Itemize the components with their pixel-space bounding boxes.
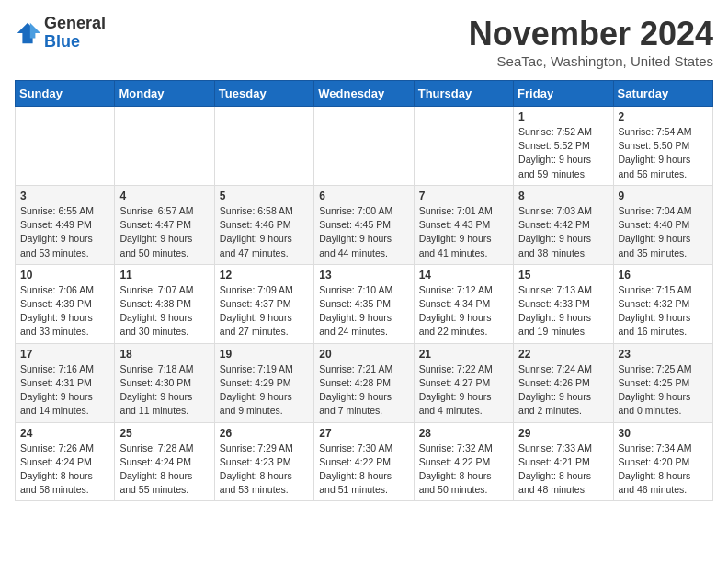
day-number: 12 — [220, 269, 309, 282]
calendar-cell: 14Sunrise: 7:12 AM Sunset: 4:34 PM Dayli… — [414, 264, 513, 343]
day-info: Sunrise: 7:30 AM Sunset: 4:22 PM Dayligh… — [319, 442, 408, 498]
day-number: 11 — [119, 269, 209, 282]
calendar-week-1: 1Sunrise: 7:52 AM Sunset: 5:52 PM Daylig… — [16, 107, 713, 186]
calendar-week-3: 10Sunrise: 7:06 AM Sunset: 4:39 PM Dayli… — [16, 264, 713, 343]
day-info: Sunrise: 7:19 AM Sunset: 4:29 PM Dayligh… — [220, 362, 309, 419]
weekday-header-tuesday: Tuesday — [214, 81, 313, 107]
calendar-week-2: 3Sunrise: 6:55 AM Sunset: 4:49 PM Daylig… — [16, 185, 713, 264]
calendar-cell: 3Sunrise: 6:55 AM Sunset: 4:49 PM Daylig… — [16, 185, 115, 264]
day-info: Sunrise: 7:26 AM Sunset: 4:24 PM Dayligh… — [20, 442, 109, 498]
calendar-cell: 28Sunrise: 7:32 AM Sunset: 4:22 PM Dayli… — [414, 422, 513, 501]
day-info: Sunrise: 7:52 AM Sunset: 5:52 PM Dayligh… — [518, 125, 608, 181]
weekday-header-sunday: Sunday — [16, 81, 115, 107]
calendar-cell: 30Sunrise: 7:34 AM Sunset: 4:20 PM Dayli… — [613, 422, 712, 501]
day-number: 1 — [518, 110, 608, 123]
calendar-cell: 6Sunrise: 7:00 AM Sunset: 4:45 PM Daylig… — [314, 185, 414, 264]
day-number: 16 — [619, 269, 708, 282]
day-number: 2 — [619, 110, 708, 123]
location: SeaTac, Washington, United States — [469, 53, 713, 69]
calendar-cell: 7Sunrise: 7:01 AM Sunset: 4:43 PM Daylig… — [414, 185, 513, 264]
day-info: Sunrise: 7:03 AM Sunset: 4:42 PM Dayligh… — [518, 204, 608, 260]
calendar-cell: 27Sunrise: 7:30 AM Sunset: 4:22 PM Dayli… — [314, 422, 414, 501]
weekday-header-wednesday: Wednesday — [314, 81, 414, 107]
logo: General Blue — [15, 15, 106, 52]
day-info: Sunrise: 7:18 AM Sunset: 4:30 PM Dayligh… — [119, 362, 209, 419]
weekday-header-friday: Friday — [514, 81, 613, 107]
day-number: 17 — [20, 348, 109, 361]
calendar-cell: 19Sunrise: 7:19 AM Sunset: 4:29 PM Dayli… — [214, 343, 313, 422]
calendar-cell: 12Sunrise: 7:09 AM Sunset: 4:37 PM Dayli… — [214, 264, 313, 343]
calendar-cell: 11Sunrise: 7:07 AM Sunset: 4:38 PM Dayli… — [115, 264, 214, 343]
calendar-cell: 20Sunrise: 7:21 AM Sunset: 4:28 PM Dayli… — [314, 343, 414, 422]
day-info: Sunrise: 7:10 AM Sunset: 4:35 PM Dayligh… — [319, 283, 408, 339]
day-number: 23 — [619, 348, 708, 361]
page-header: General Blue November 2024 SeaTac, Washi… — [15, 15, 713, 69]
calendar-cell — [314, 107, 414, 186]
calendar-cell: 23Sunrise: 7:25 AM Sunset: 4:25 PM Dayli… — [613, 343, 712, 422]
day-info: Sunrise: 7:04 AM Sunset: 4:40 PM Dayligh… — [619, 204, 708, 260]
day-number: 20 — [319, 348, 408, 361]
day-number: 7 — [419, 190, 508, 202]
calendar-cell: 4Sunrise: 6:57 AM Sunset: 4:47 PM Daylig… — [115, 185, 214, 264]
weekday-header-monday: Monday — [115, 81, 214, 107]
logo-blue: Blue — [44, 33, 106, 52]
day-info: Sunrise: 6:57 AM Sunset: 4:47 PM Dayligh… — [119, 204, 209, 260]
day-number: 5 — [220, 190, 309, 202]
weekday-header-thursday: Thursday — [414, 81, 513, 107]
day-number: 24 — [20, 427, 109, 440]
day-info: Sunrise: 7:21 AM Sunset: 4:28 PM Dayligh… — [319, 362, 408, 419]
calendar-cell: 22Sunrise: 7:24 AM Sunset: 4:26 PM Dayli… — [514, 343, 613, 422]
day-info: Sunrise: 7:24 AM Sunset: 4:26 PM Dayligh… — [518, 362, 608, 419]
calendar-cell — [214, 107, 313, 186]
day-number: 27 — [319, 427, 408, 440]
calendar-cell: 18Sunrise: 7:18 AM Sunset: 4:30 PM Dayli… — [115, 343, 214, 422]
calendar-cell — [414, 107, 513, 186]
day-info: Sunrise: 7:13 AM Sunset: 4:33 PM Dayligh… — [518, 283, 608, 339]
day-info: Sunrise: 7:15 AM Sunset: 4:32 PM Dayligh… — [619, 283, 708, 339]
calendar-cell: 24Sunrise: 7:26 AM Sunset: 4:24 PM Dayli… — [16, 422, 115, 501]
day-number: 22 — [518, 348, 608, 361]
calendar-week-5: 24Sunrise: 7:26 AM Sunset: 4:24 PM Dayli… — [16, 422, 713, 501]
day-number: 10 — [20, 269, 109, 282]
day-number: 8 — [518, 190, 608, 202]
day-info: Sunrise: 7:00 AM Sunset: 4:45 PM Dayligh… — [319, 204, 408, 260]
weekday-row: SundayMondayTuesdayWednesdayThursdayFrid… — [16, 81, 713, 107]
day-info: Sunrise: 6:58 AM Sunset: 4:46 PM Dayligh… — [220, 204, 309, 260]
day-number: 14 — [419, 269, 508, 282]
day-number: 21 — [419, 348, 508, 361]
title-section: November 2024 SeaTac, Washington, United… — [469, 15, 713, 69]
calendar-cell: 10Sunrise: 7:06 AM Sunset: 4:39 PM Dayli… — [16, 264, 115, 343]
day-info: Sunrise: 7:09 AM Sunset: 4:37 PM Dayligh… — [220, 283, 309, 339]
calendar-cell: 21Sunrise: 7:22 AM Sunset: 4:27 PM Dayli… — [414, 343, 513, 422]
day-number: 15 — [518, 269, 608, 282]
logo-text: General Blue — [44, 15, 106, 52]
calendar-cell — [115, 107, 214, 186]
day-number: 28 — [419, 427, 508, 440]
day-info: Sunrise: 7:28 AM Sunset: 4:24 PM Dayligh… — [119, 442, 209, 498]
day-info: Sunrise: 7:06 AM Sunset: 4:39 PM Dayligh… — [20, 283, 109, 339]
day-number: 18 — [119, 348, 209, 361]
day-number: 6 — [319, 190, 408, 202]
day-number: 13 — [319, 269, 408, 282]
day-info: Sunrise: 7:54 AM Sunset: 5:50 PM Dayligh… — [619, 125, 708, 181]
day-info: Sunrise: 7:34 AM Sunset: 4:20 PM Dayligh… — [619, 442, 708, 498]
calendar-header: SundayMondayTuesdayWednesdayThursdayFrid… — [16, 81, 713, 107]
calendar-cell: 13Sunrise: 7:10 AM Sunset: 4:35 PM Dayli… — [314, 264, 414, 343]
svg-marker-1 — [30, 23, 40, 39]
day-number: 29 — [518, 427, 608, 440]
calendar-cell: 8Sunrise: 7:03 AM Sunset: 4:42 PM Daylig… — [514, 185, 613, 264]
day-number: 3 — [20, 190, 109, 202]
calendar-cell: 5Sunrise: 6:58 AM Sunset: 4:46 PM Daylig… — [214, 185, 313, 264]
calendar-cell: 15Sunrise: 7:13 AM Sunset: 4:33 PM Dayli… — [514, 264, 613, 343]
day-number: 4 — [119, 190, 209, 202]
day-info: Sunrise: 7:22 AM Sunset: 4:27 PM Dayligh… — [419, 362, 508, 419]
calendar-body: 1Sunrise: 7:52 AM Sunset: 5:52 PM Daylig… — [16, 107, 713, 501]
logo-general: General — [44, 15, 106, 33]
day-number: 25 — [119, 427, 209, 440]
calendar-cell: 2Sunrise: 7:54 AM Sunset: 5:50 PM Daylig… — [613, 107, 712, 186]
month-title: November 2024 — [469, 15, 713, 53]
day-info: Sunrise: 6:55 AM Sunset: 4:49 PM Dayligh… — [20, 204, 109, 260]
day-number: 26 — [220, 427, 309, 440]
day-info: Sunrise: 7:32 AM Sunset: 4:22 PM Dayligh… — [419, 442, 508, 498]
calendar-week-4: 17Sunrise: 7:16 AM Sunset: 4:31 PM Dayli… — [16, 343, 713, 422]
